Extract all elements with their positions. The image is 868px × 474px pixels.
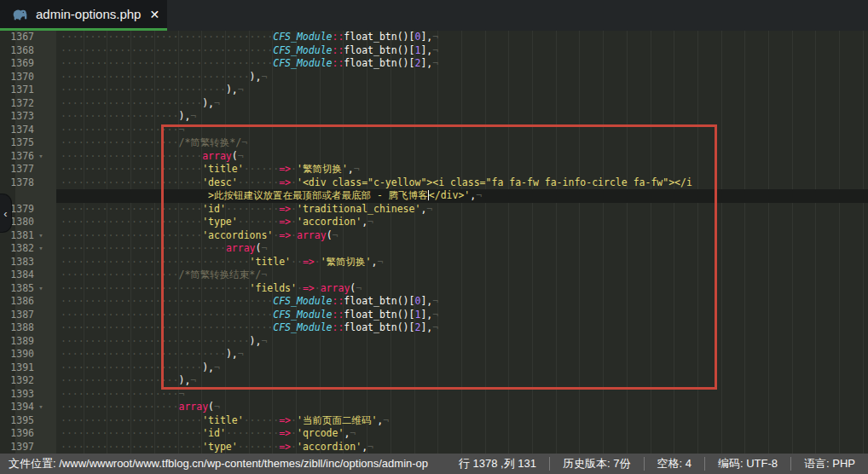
code-token: · (291, 229, 297, 241)
code-token: ······ (244, 163, 280, 175)
code-line-text: ····················/*简繁转换结束*/¬ (56, 269, 868, 282)
code-token: => (279, 203, 291, 215)
line-number: 1390 (0, 348, 34, 361)
fold-arrow-icon[interactable]: ▾ (34, 150, 48, 164)
code-token: ¬ (214, 97, 220, 109)
code-line[interactable]: 1391························),¬ (0, 361, 868, 375)
code-token: ¬ (350, 427, 356, 439)
gutter: 1377 (0, 163, 56, 176)
indent-spaces[interactable]: 空格: 4 (644, 457, 704, 471)
code-line[interactable]: 1395························'title'·····… (0, 414, 868, 428)
code-line[interactable]: 1376▾························array(¬ (0, 150, 868, 164)
code-token: ························ (61, 97, 202, 109)
code-token: ······ (244, 414, 280, 426)
code-token: 'desc' (202, 176, 238, 188)
code-line-text: >此按钮建议放置在最顶部或者最底部 - 腾飞博客</div>',¬ (56, 189, 868, 203)
chevron-left-icon: ‹ (3, 207, 7, 220)
code-line[interactable]: 1396························'id'········… (0, 427, 868, 441)
code-line[interactable]: 1378························'desc'······… (0, 176, 868, 190)
code-line-text: ························array(¬ (56, 150, 868, 164)
code-token: </div>' (429, 189, 470, 201)
gutter: 1374 (0, 124, 56, 137)
code-line[interactable]: 1377························'title'·····… (0, 163, 868, 176)
code-token: :: (333, 295, 344, 307)
fold-arrow-icon[interactable]: ▾ (34, 242, 48, 256)
code-token: ···················· (61, 124, 178, 136)
code-line[interactable]: 1388····································… (0, 321, 868, 335)
code-token: ¬ (238, 84, 244, 95)
code-token: ¬ (383, 414, 389, 426)
line-number: 1376 (0, 150, 34, 164)
encoding[interactable]: 编码: UTF-8 (704, 457, 790, 471)
code-token: ¬ (261, 335, 267, 347)
code-line[interactable]: 1389································),¬ (0, 335, 868, 349)
code-token: ························ (61, 176, 202, 188)
fold-arrow-icon[interactable]: ▾ (34, 229, 48, 243)
code-editor[interactable]: 1367····································… (0, 31, 868, 454)
code-line-text: ························'title'······=>·… (56, 414, 868, 428)
code-token: ), (250, 335, 262, 347)
code-line[interactable]: 1375····················/*简繁转换*/¬ (0, 136, 868, 150)
code-line[interactable]: 1382▾····························array(¬ (0, 242, 868, 256)
code-token: '<div class="c-yellow"><i class="fa fa-f… (297, 176, 692, 188)
code-line[interactable]: 1370································),¬ (0, 71, 868, 84)
history-versions[interactable]: 历史版本: 7份 (549, 457, 643, 471)
code-token: >此按钮建议放置在最顶部或者最底部 - 腾飞博客 (208, 189, 428, 201)
code-line[interactable]: 1384····················/*简繁转换结束*/¬ (0, 269, 868, 282)
code-line[interactable]: 1394▾····················array(¬ (0, 401, 868, 414)
fold-arrow-icon[interactable]: ▾ (34, 401, 48, 414)
code-line-text: ····················¬ (56, 388, 868, 402)
code-token: ¬ (367, 441, 373, 453)
code-line[interactable]: 1381▾························'accordions… (0, 229, 868, 243)
code-line[interactable]: 1374····················¬ (0, 124, 868, 137)
code-line[interactable]: 1393····················¬ (0, 388, 868, 402)
line-number: 1374 (0, 124, 34, 137)
code-line[interactable]: 1369····································… (0, 57, 868, 71)
code-line[interactable]: >此按钮建议放置在最顶部或者最底部 - 腾飞博客</div>',¬ (0, 189, 868, 203)
code-token: ···················· (61, 401, 178, 413)
code-line[interactable]: 1383································'tit… (0, 256, 868, 269)
code-line[interactable]: 1373····················),¬ (0, 110, 868, 124)
code-token: ······· (238, 176, 279, 188)
code-line[interactable]: 1385▾································'fi… (0, 282, 868, 296)
line-number: 1372 (0, 97, 34, 111)
code-line-text: ························),¬ (56, 361, 868, 375)
language-mode[interactable]: 语言: PHP (790, 457, 868, 471)
code-line[interactable]: 1392····················),¬ (0, 374, 868, 388)
code-token: array (178, 401, 208, 413)
code-token: · (291, 176, 297, 188)
code-token: ¬ (432, 295, 438, 307)
line-number: 1397 (0, 441, 34, 454)
code-token: · (291, 203, 297, 215)
code-line[interactable]: 1379························'id'········… (0, 203, 868, 217)
code-line[interactable]: 1397························'type'······… (0, 441, 868, 454)
code-line[interactable]: 1387····································… (0, 309, 868, 322)
code-line[interactable]: 1380························'type'······… (0, 216, 868, 229)
code-token: ···································· (61, 309, 273, 321)
code-line[interactable]: 1368····································… (0, 44, 868, 58)
code-line-text: ····················/*简繁转换*/¬ (56, 136, 868, 150)
fold-arrow-icon[interactable]: ▾ (34, 282, 48, 296)
code-token: array (202, 150, 232, 162)
panel-collapse-handle[interactable]: ‹ (0, 194, 11, 232)
code-token: array (297, 229, 327, 241)
code-line[interactable]: 1372························),¬ (0, 97, 868, 111)
code-token: ¬ (190, 110, 196, 122)
code-token: float_btn()[ (344, 57, 414, 69)
code-token: ], (420, 321, 432, 333)
code-token: ¬ (261, 242, 267, 254)
tab-admin-options[interactable]: admin-options.php ✕ (0, 0, 167, 31)
code-token: , (348, 163, 354, 175)
code-line[interactable]: 1371····························),¬ (0, 84, 868, 97)
code-token: ¬ (367, 216, 373, 228)
code-line[interactable]: 1390····························),¬ (0, 348, 868, 361)
code-token: ¬ (333, 229, 339, 241)
code-line[interactable]: 1367····································… (0, 31, 868, 44)
tab-close-icon[interactable]: ✕ (149, 8, 159, 21)
code-line-text: ····················),¬ (56, 110, 868, 124)
line-number: 1368 (0, 44, 34, 58)
code-line[interactable]: 1386····································… (0, 295, 868, 309)
code-token: => (303, 256, 315, 268)
code-line-text: ································),¬ (56, 335, 868, 349)
code-line-text: ························'type'·······=>·… (56, 216, 868, 229)
